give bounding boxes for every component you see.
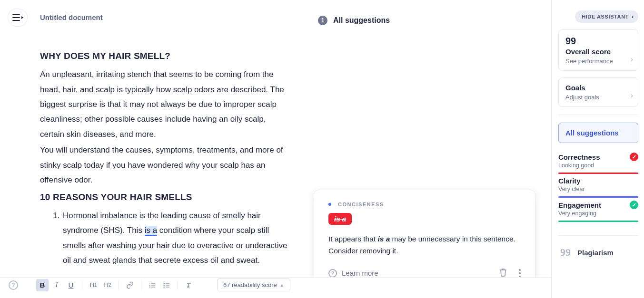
- document-title[interactable]: Untitled document: [40, 13, 103, 21]
- svg-point-7: [164, 285, 164, 285]
- goals-card[interactable]: Goals Adjust goals ›: [558, 77, 638, 107]
- readability-score-button[interactable]: 67 readability score▲: [217, 279, 290, 291]
- suggestion-card[interactable]: CONCISENESS is a It appears that is a ma…: [314, 190, 535, 289]
- bullet-list-button[interactable]: [160, 279, 173, 291]
- editor[interactable]: WHY DOES MY HAIR SMELL? An unpleasant, i…: [40, 48, 287, 268]
- suggestion-category: CONCISENESS: [338, 202, 384, 207]
- check-icon: ✓: [630, 201, 638, 209]
- overall-score-card[interactable]: 99 Overall score See performance ›: [558, 29, 638, 71]
- dismiss-suggestion-button[interactable]: [497, 266, 509, 281]
- category-dot-icon: [328, 203, 331, 206]
- underline-button[interactable]: U: [65, 279, 77, 291]
- svg-point-6: [164, 283, 164, 283]
- remove-text-chip[interactable]: is a: [328, 213, 352, 225]
- conciseness-highlight[interactable]: is a: [145, 226, 157, 236]
- formatting-toolbar: ? B I U H1 H2 67 readability score▲: [9, 279, 290, 291]
- link-button[interactable]: [124, 279, 136, 291]
- category-correctness[interactable]: Correctness✓Looking good: [558, 153, 638, 174]
- suggestions-count-badge: 1: [318, 16, 327, 25]
- quote-icon: 99: [560, 246, 571, 259]
- suggestions-header-label: All suggestions: [333, 16, 390, 25]
- paragraph: You will understand the causes, symptoms…: [40, 143, 287, 187]
- hide-assistant-button[interactable]: HIDE ASSISTANT››: [575, 10, 638, 23]
- bold-button[interactable]: B: [36, 279, 49, 291]
- triangle-up-icon: ▲: [280, 283, 284, 288]
- list-item: Hormonal imbalance is the leading cause …: [62, 208, 287, 268]
- help-icon: ?: [328, 269, 337, 278]
- plagiarism-button[interactable]: 99 Plagiarism: [558, 243, 638, 259]
- assistant-panel: HIDE ASSISTANT›› 99 Overall score See pe…: [551, 0, 644, 298]
- check-icon: ✓: [630, 153, 638, 161]
- italic-button[interactable]: I: [50, 279, 63, 291]
- category-engagement[interactable]: Engagement✓Very engaging: [558, 201, 638, 222]
- h2-button[interactable]: H2: [101, 279, 114, 291]
- category-clarity[interactable]: ClarityVery clear: [558, 177, 638, 198]
- heading-2: 10 REASONS YOUR HAIR SMELLS: [40, 189, 287, 205]
- paragraph: An unpleasant, irritating stench that se…: [40, 67, 287, 142]
- h1-button[interactable]: H1: [87, 279, 99, 291]
- clear-formatting-button[interactable]: [183, 279, 195, 291]
- suggestions-header: 1 All suggestions: [318, 16, 390, 25]
- heading-1: WHY DOES MY HAIR SMELL?: [40, 48, 287, 64]
- help-button[interactable]: ?: [9, 280, 18, 290]
- all-suggestions-filter[interactable]: All suggestions: [558, 123, 638, 143]
- more-options-button[interactable]: [517, 267, 523, 279]
- suggestion-description: It appears that is a may be unnecessary …: [328, 233, 523, 257]
- learn-more-link[interactable]: ? Learn more: [328, 269, 378, 278]
- svg-point-8: [164, 287, 164, 287]
- menu-button[interactable]: [8, 9, 28, 27]
- chevron-right-icon: ›: [631, 55, 633, 64]
- chevron-right-icon: ›: [631, 91, 633, 100]
- numbered-list-button[interactable]: [146, 279, 159, 291]
